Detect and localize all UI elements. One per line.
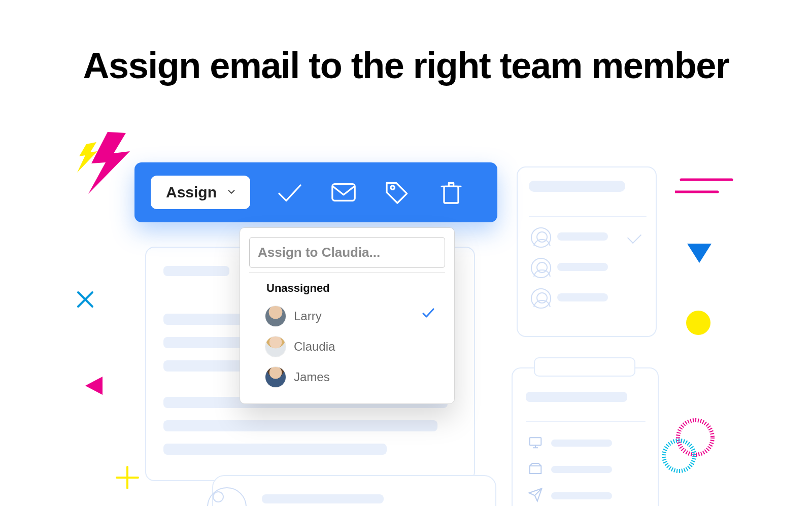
svg-marker-5 [77, 142, 97, 173]
check-icon [421, 305, 436, 323]
page-title: Assign email to the right team member [0, 45, 812, 86]
assign-search-input[interactable]: Assign to Claudia... [249, 237, 445, 268]
action-toolbar: Assign [134, 162, 497, 222]
svg-rect-0 [530, 437, 542, 445]
avatar [265, 306, 286, 326]
chevron-down-icon [226, 185, 237, 200]
plus-icon [115, 465, 140, 490]
wireframe-panel-message [212, 475, 496, 506]
lightning-icon [76, 129, 137, 195]
triangle-icon [83, 375, 106, 397]
svg-point-14 [678, 420, 713, 455]
assignee-name: Larry [294, 309, 322, 323]
avatar [265, 367, 286, 387]
assign-button-label: Assign [166, 185, 217, 200]
assignee-name: Claudia [294, 340, 335, 354]
x-icon [75, 289, 95, 310]
assign-button[interactable]: Assign [151, 176, 250, 209]
svg-marker-8 [85, 377, 103, 395]
svg-marker-4 [88, 132, 130, 194]
assignee-name: James [294, 370, 330, 384]
dropdown-heading: Unassigned [240, 280, 454, 301]
wireframe-panel-nav [512, 367, 659, 506]
svg-rect-1 [332, 184, 355, 201]
trash-icon[interactable] [437, 178, 465, 207]
mail-icon[interactable] [329, 178, 358, 207]
avatar [265, 336, 286, 357]
tag-icon[interactable] [383, 178, 412, 207]
svg-point-2 [391, 186, 394, 189]
divider [249, 272, 445, 273]
wireframe-panel-users [517, 166, 657, 337]
circle-icon [686, 311, 710, 335]
rings-icon [656, 416, 722, 477]
svg-rect-3 [444, 186, 458, 203]
check-icon[interactable] [276, 178, 304, 207]
assignee-option-james[interactable]: James [240, 362, 454, 392]
assignee-option-claudia[interactable]: Claudia [240, 331, 454, 362]
svg-marker-13 [687, 244, 712, 263]
lines-icon [675, 173, 736, 203]
triangle-icon [687, 244, 712, 264]
assignee-option-larry[interactable]: Larry [240, 301, 454, 331]
assign-dropdown: Assign to Claudia... Unassigned Larry Cl… [240, 227, 455, 404]
